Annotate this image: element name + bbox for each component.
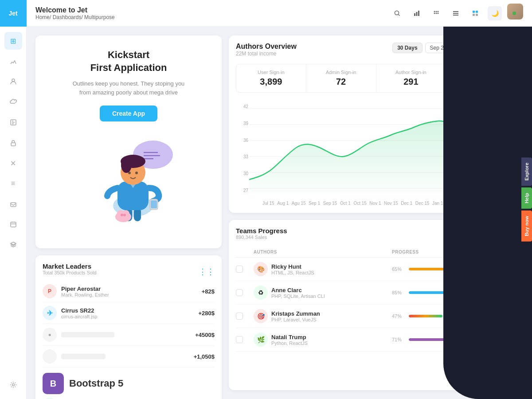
- teams-title: Teams Progress: [236, 227, 287, 235]
- team-author: 🎨 Ricky Hunt HTML, JS, ReactJS: [254, 262, 392, 276]
- stat-user-signin: User Sign-in 3,899: [236, 64, 306, 92]
- help-button[interactable]: Help: [521, 188, 532, 209]
- market-item: +1,050$: [43, 346, 215, 368]
- svg-point-13: [434, 12, 435, 14]
- main-wrapper: Welcome to Jet Home/ Dashboards/ Multipu…: [27, 0, 532, 399]
- tab-30days[interactable]: 30 Days: [392, 43, 422, 53]
- svg-point-14: [436, 12, 437, 14]
- stat-author-signin: Author Sign-in 291: [376, 64, 446, 92]
- svg-point-5: [12, 384, 14, 386]
- apps-icon[interactable]: [429, 6, 443, 20]
- sidebar-item-calendar[interactable]: [4, 215, 22, 233]
- svg-rect-4: [11, 222, 16, 227]
- svg-point-12: [438, 11, 439, 12]
- sidebar-item-report[interactable]: [4, 113, 22, 131]
- breadcrumb: Home/ Dashboards/ Multipurpose: [35, 14, 115, 20]
- sidebar-item-settings[interactable]: [4, 376, 22, 394]
- chart-icon[interactable]: [410, 6, 424, 20]
- grid-icon[interactable]: [468, 6, 482, 20]
- market-logo-piper: P: [43, 284, 57, 298]
- market-item: ● +4500$: [43, 324, 215, 346]
- svg-rect-7: [414, 13, 415, 16]
- svg-rect-8: [416, 12, 418, 16]
- svg-rect-17: [453, 13, 458, 14]
- svg-point-33: [121, 157, 132, 173]
- market-title: Market Leaders: [43, 262, 97, 270]
- market-subtitle: Total 350k Products Sold: [43, 270, 97, 275]
- menu-icon[interactable]: [449, 6, 463, 20]
- svg-rect-20: [476, 11, 478, 13]
- svg-rect-22: [476, 14, 478, 16]
- svg-rect-3: [11, 203, 16, 207]
- team-checkbox[interactable]: [236, 289, 243, 296]
- bootstrap-label: Bootstrap 5: [69, 378, 123, 389]
- search-icon[interactable]: [390, 6, 404, 20]
- svg-point-6: [395, 11, 399, 15]
- svg-point-0: [12, 79, 15, 82]
- team-avatar: 🌿: [254, 332, 268, 347]
- sidebar-item-dashboard[interactable]: ⊞: [4, 32, 22, 50]
- authors-title: Authors Overview: [236, 43, 297, 51]
- create-app-button[interactable]: Create App: [100, 106, 157, 121]
- svg-point-40: [122, 210, 129, 217]
- bootstrap-icon: B: [43, 373, 64, 394]
- market-item-cessna: ✈ Cessna SF150 cessna-aircraft.class.jsp…: [43, 394, 215, 399]
- sidebar-nav: ⊞ ✕ ≡: [4, 27, 22, 371]
- explore-button[interactable]: Explore: [521, 157, 532, 186]
- market-logo-4: [43, 349, 57, 364]
- svg-rect-18: [453, 15, 458, 16]
- logo[interactable]: Jet: [0, 0, 27, 27]
- team-author: 🎯 Kristaps Zumman PHP, Laravel, VueJS: [254, 309, 392, 323]
- svg-rect-19: [473, 11, 475, 13]
- kickstart-illustration: [84, 130, 173, 219]
- online-indicator: [512, 12, 516, 15]
- header: Welcome to Jet Home/ Dashboards/ Multipu…: [27, 0, 532, 27]
- svg-rect-16: [453, 11, 458, 12]
- svg-rect-9: [418, 11, 419, 16]
- svg-point-42: [123, 214, 126, 216]
- svg-rect-21: [473, 14, 475, 16]
- progress-bar: [409, 315, 442, 317]
- page-title: Welcome to Jet: [35, 6, 115, 14]
- left-column: KickstartFirst Application Outlines keep…: [35, 35, 222, 390]
- svg-point-35: [135, 172, 138, 174]
- team-avatar: 🎨: [254, 262, 268, 276]
- content-area: KickstartFirst Application Outlines keep…: [27, 27, 532, 399]
- teams-subtitle: 890,344 Sales: [236, 235, 287, 240]
- team-author: ♻ Anne Clarc PHP, SQLite, Artisan CLI: [254, 286, 392, 300]
- sidebar-item-users[interactable]: [4, 73, 22, 90]
- team-avatar: ♻: [254, 286, 268, 300]
- svg-point-10: [434, 11, 435, 12]
- svg-rect-37: [151, 200, 157, 208]
- dark-mode-toggle[interactable]: 🌙: [488, 6, 502, 20]
- team-checkbox[interactable]: [236, 336, 243, 343]
- stat-admin-signin: Admin Sign-in 72: [306, 64, 376, 92]
- svg-point-15: [438, 12, 439, 14]
- sidebar-item-close[interactable]: ✕: [4, 154, 22, 172]
- sidebar-bottom: [4, 371, 22, 399]
- sidebar-item-cloud[interactable]: [4, 93, 22, 111]
- market-card: Market Leaders Total 350k Products Sold …: [35, 255, 222, 399]
- buy-now-button[interactable]: Buy now: [521, 211, 532, 242]
- team-checkbox[interactable]: [236, 266, 243, 273]
- sidebar-item-lock[interactable]: [4, 134, 22, 152]
- avatar-container: [507, 4, 523, 23]
- side-buttons: Explore Help Buy now: [521, 157, 532, 242]
- sidebar-item-list[interactable]: ≡: [4, 175, 22, 192]
- market-logo-cirrus: ✈: [43, 306, 57, 320]
- svg-point-11: [436, 11, 437, 12]
- sidebar-item-layers[interactable]: [4, 236, 22, 254]
- dark-panel: [443, 27, 532, 399]
- market-logo-3: ●: [43, 328, 57, 342]
- team-avatar: 🎯: [254, 309, 268, 323]
- market-item: ✈ Cirrus SR22 cirrus-aircraft.jsp +280$: [43, 302, 215, 324]
- team-checkbox[interactable]: [236, 313, 243, 320]
- market-more-icon[interactable]: ⋮⋮: [199, 267, 215, 277]
- kickstart-title: KickstartFirst Application: [90, 49, 167, 74]
- kickstart-description: Outlines keep you honest. They stoping y…: [71, 79, 186, 97]
- sidebar-item-analytics[interactable]: [4, 52, 22, 70]
- sidebar-item-inbox[interactable]: [4, 195, 22, 213]
- team-author: 🌿 Natali Trump Python, ReactJS: [254, 332, 392, 347]
- svg-point-41: [121, 214, 123, 216]
- user-avatar[interactable]: [507, 4, 523, 20]
